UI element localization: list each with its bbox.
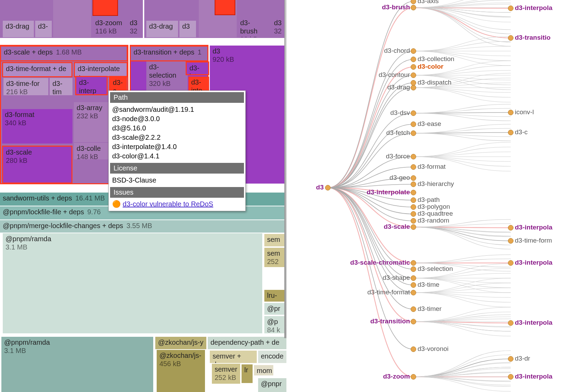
tree-node-label-n-interpolate[interactable]: d3-interpolate — [366, 188, 410, 196]
tree-node-label-n-format[interactable]: d3-format — [418, 163, 445, 170]
tree-node-dot-n-polygon[interactable] — [411, 204, 416, 210]
tree-node-label-n-axis[interactable]: d3-axis — [418, 0, 439, 5]
tree-node-dot-n-hierarchy[interactable] — [411, 182, 416, 187]
tree-node-dot-n-voronoi[interactable] — [411, 346, 416, 352]
treemap-box-tm-red-top[interactable] — [92, 0, 118, 16]
tree-node-dot-n-interpolate[interactable] — [411, 190, 416, 195]
treemap-box-tm-d3trans-deps[interactable]: d3-transition + deps 1 — [130, 46, 208, 61]
tree-node-dot-n-path[interactable] — [411, 197, 416, 203]
treemap-box-tm-d3zoom[interactable]: d3-zoom116 kB — [92, 17, 126, 37]
tree-node-dot-n-color[interactable] — [411, 64, 416, 70]
tree-node-label-n2-interp-c[interactable]: d3-interpola — [515, 224, 552, 231]
treemap-box-tm-semver-deps[interactable]: semver + dep — [210, 351, 257, 363]
tree-node-label-n-polygon[interactable]: d3-polygon — [418, 203, 450, 210]
tree-node-dot-n2-timeform[interactable] — [508, 238, 513, 244]
tree-node-dot-n2-trans[interactable] — [508, 35, 513, 41]
tree-node-dot-n-fetch[interactable] — [411, 130, 416, 136]
tree-node-dot-n-scalechrom[interactable] — [411, 260, 416, 266]
tree-node-dot-n-contour[interactable] — [411, 72, 416, 78]
tree-node-dot-n-timer[interactable] — [411, 306, 416, 312]
tree-node-dot-n-format[interactable] — [411, 164, 416, 170]
treemap-box-tm-interp[interactable]: d3-interp164 kB — [75, 76, 108, 95]
tree-node-label-n-quadtree[interactable]: d3-quadtree — [418, 210, 453, 217]
treemap-box-tm-merge[interactable]: @pnpm/merge-lockfile-changes + deps 3.55… — [0, 220, 286, 233]
treemap-box-tm-dformat[interactable]: d3-format340 kB — [2, 109, 72, 144]
treemap-box-tm-dtf[interactable]: d3-time-for216 kB — [3, 78, 48, 95]
tree-node-label-n2-dr[interactable]: d3-dr — [515, 355, 530, 362]
tree-node-label-n-fetch[interactable]: d3-fetch — [386, 129, 410, 137]
issue-link[interactable]: d3-color vulnerable to ReDoS — [123, 200, 213, 208]
tree-node-label-n2-interp-d[interactable]: d3-interpola — [515, 259, 552, 266]
tree-root-label[interactable]: d3 — [316, 184, 324, 191]
tree-node-dot-n-brush[interactable] — [411, 5, 416, 10]
tree-node-label-n-zoom[interactable]: d3-zoom — [383, 373, 410, 380]
tree-node-label-n2-interp-e[interactable]: d3-interpola — [515, 319, 552, 326]
treemap-box-tm-d3sel[interactable]: d3-selection320 kB — [146, 61, 188, 93]
treemap-box-tm-pr[interactable]: @pr — [264, 303, 285, 315]
tree-node-dot-n-zoom[interactable] — [411, 374, 416, 380]
tree-node-label-n-scalechrom[interactable]: d3-scale-chromatic — [350, 259, 410, 266]
tree-root-dot[interactable] — [325, 185, 331, 190]
tree-node-label-n-chord[interactable]: d3-chord — [384, 47, 410, 55]
tree-node-label-n2-timeform[interactable]: d3-time-form — [515, 237, 552, 244]
treemap-box-tm-zk-title[interactable]: @zkochan/js-y — [155, 337, 206, 349]
treemap-box-tm-d3drag-a[interactable]: d3-drag — [3, 21, 34, 37]
treemap-box-tm-redtop2[interactable] — [215, 0, 235, 15]
treemap-box-tm-d3-32[interactable]: d332 — [127, 17, 142, 37]
treemap-box-tm-p84[interactable]: @p84 k — [264, 316, 285, 333]
tree-node-label-n-force[interactable]: d3-force — [386, 153, 410, 160]
tree-node-dot-n-dispatch[interactable] — [411, 80, 416, 86]
tree-node-label-n2-iconv[interactable]: iconv-l — [515, 108, 534, 116]
tree-node-label-n-voronoi[interactable]: d3-voronoi — [418, 345, 449, 353]
tree-node-label-n2-trans[interactable]: d3-transitio — [515, 34, 550, 41]
treemap-box-tm-d3drag-b[interactable]: d3- — [35, 21, 52, 37]
tree-node-dot-n2-interp-f[interactable] — [508, 374, 513, 380]
tree-node-label-n-ease[interactable]: d3-ease — [418, 120, 441, 128]
tree-node-dot-n-transition[interactable] — [411, 319, 416, 324]
tree-node-label-n-random[interactable]: d3-random — [418, 217, 449, 224]
tree-node-label-n-scale[interactable]: d3-scale — [384, 223, 410, 231]
treemap-box-tm-zk[interactable]: @zkochan/js-456 kB — [157, 350, 205, 392]
treemap-box-tm-dots-a[interactable] — [53, 0, 91, 37]
tree-node-dot-n-quadtree[interactable] — [411, 211, 416, 217]
treemap-box-tm-encode[interactable]: encode — [258, 351, 286, 363]
tree-node-label-n-path[interactable]: d3-path — [418, 196, 440, 204]
tree-node-label-n-dsv[interactable]: d3-dsv — [390, 109, 410, 117]
treemap-box-tm-d3scale[interactable]: d3-scale280 kB — [2, 146, 72, 184]
tree-node-dot-n-timeformat[interactable] — [411, 290, 416, 295]
tree-node-label-n-geo[interactable]: d3-geo — [390, 174, 410, 182]
treemap-box-tm-lru[interactable]: lru- — [264, 290, 285, 302]
tree-node-label-n-contour[interactable]: d3-contour — [379, 71, 410, 79]
tree-node-dot-n2-interp-a[interactable] — [508, 6, 513, 11]
tree-node-label-n-color[interactable]: d3-color — [418, 63, 443, 70]
treemap-box-tm-mom[interactable]: mom — [254, 365, 273, 375]
treemap-box-tm-ramda[interactable]: @pnpm/ramda3.1 MB — [3, 233, 262, 333]
tree-node-label-n-time[interactable]: d3-time — [418, 281, 439, 288]
treemap-box-tm-dtime[interactable]: d3-tim124 kB — [50, 78, 72, 95]
treemap-box-tm-sem-b[interactable]: sem252 — [264, 248, 285, 267]
tree-node-dot-n-collection[interactable] — [411, 57, 416, 62]
tree-node-label-n-hierarchy[interactable]: d3-hierarchy — [418, 180, 454, 188]
tree-node-label-n-selection[interactable]: d3-selection — [418, 265, 453, 273]
tree-node-dot-n-time[interactable] — [411, 282, 416, 288]
treemap-box-tm-ramda2[interactable]: @pnpm/ramda3.1 MB — [1, 337, 153, 392]
tree-node-dot-n-dsv[interactable] — [411, 110, 416, 116]
tree-node-label-n-dispatch[interactable]: d3-dispatch — [418, 79, 451, 86]
treemap-box-tm-d3scale-deps[interactable]: d3-scale + deps 1.68 MB — [0, 46, 128, 61]
treemap-box-tm-lr[interactable]: lr — [242, 364, 253, 383]
tree-node-dot-n-ease[interactable] — [411, 121, 416, 127]
treemap-box-tm-d3drag-d[interactable]: d3 — [179, 21, 196, 37]
tree-node-label-n-drag[interactable]: d3-drag — [388, 84, 410, 91]
tree-node-dot-n-force[interactable] — [411, 154, 416, 159]
tree-node-dot-n-shape[interactable] — [411, 275, 416, 281]
tree-node-label-n-timeformat[interactable]: d3-time-format — [367, 288, 410, 296]
treemap-box-tm-d3drag-c[interactable]: d3-drag — [146, 21, 178, 37]
tree-node-dot-n-geo[interactable] — [411, 175, 416, 181]
tree-node-label-n-brush[interactable]: d3-brush — [382, 3, 410, 11]
tree-node-label-n-shape[interactable]: d3-shape — [383, 274, 410, 282]
tree-node-dot-n2-interp-c[interactable] — [508, 225, 513, 231]
tree-node-label-n2-interp-f[interactable]: d3-interpola — [515, 373, 552, 380]
treemap-box-tm-tfdeps[interactable]: d3-time-format + de — [2, 62, 72, 77]
treemap-box-tm-interp-plus[interactable]: d3-interpolate + — [74, 62, 128, 77]
treemap-box-tm-d3interp2[interactable]: d3-interp — [186, 61, 209, 75]
